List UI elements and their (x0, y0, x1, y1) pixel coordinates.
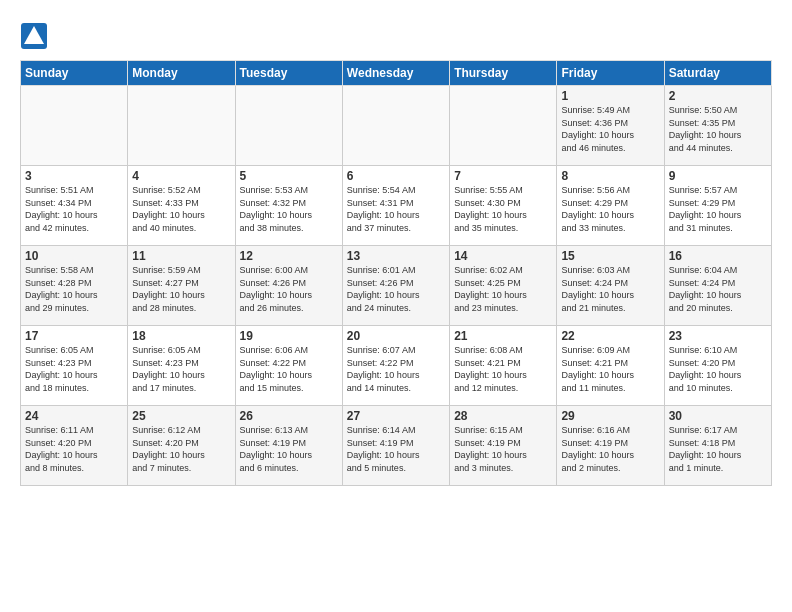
day-info: Sunrise: 6:14 AM Sunset: 4:19 PM Dayligh… (347, 424, 445, 474)
day-info: Sunrise: 6:16 AM Sunset: 4:19 PM Dayligh… (561, 424, 659, 474)
calendar-cell: 23Sunrise: 6:10 AM Sunset: 4:20 PM Dayli… (664, 326, 771, 406)
day-info: Sunrise: 6:00 AM Sunset: 4:26 PM Dayligh… (240, 264, 338, 314)
day-info: Sunrise: 5:58 AM Sunset: 4:28 PM Dayligh… (25, 264, 123, 314)
day-info: Sunrise: 5:55 AM Sunset: 4:30 PM Dayligh… (454, 184, 552, 234)
day-info: Sunrise: 5:51 AM Sunset: 4:34 PM Dayligh… (25, 184, 123, 234)
day-number: 13 (347, 249, 445, 263)
day-info: Sunrise: 5:56 AM Sunset: 4:29 PM Dayligh… (561, 184, 659, 234)
day-info: Sunrise: 6:15 AM Sunset: 4:19 PM Dayligh… (454, 424, 552, 474)
day-info: Sunrise: 5:50 AM Sunset: 4:35 PM Dayligh… (669, 104, 767, 154)
calendar-cell: 7Sunrise: 5:55 AM Sunset: 4:30 PM Daylig… (450, 166, 557, 246)
calendar-cell: 21Sunrise: 6:08 AM Sunset: 4:21 PM Dayli… (450, 326, 557, 406)
day-number: 12 (240, 249, 338, 263)
calendar-row: 24Sunrise: 6:11 AM Sunset: 4:20 PM Dayli… (21, 406, 772, 486)
day-info: Sunrise: 6:05 AM Sunset: 4:23 PM Dayligh… (132, 344, 230, 394)
calendar-cell (235, 86, 342, 166)
day-number: 14 (454, 249, 552, 263)
calendar-cell: 5Sunrise: 5:53 AM Sunset: 4:32 PM Daylig… (235, 166, 342, 246)
day-number: 21 (454, 329, 552, 343)
calendar-cell (342, 86, 449, 166)
day-number: 20 (347, 329, 445, 343)
calendar-cell: 12Sunrise: 6:00 AM Sunset: 4:26 PM Dayli… (235, 246, 342, 326)
calendar-cell: 9Sunrise: 5:57 AM Sunset: 4:29 PM Daylig… (664, 166, 771, 246)
day-header: Thursday (450, 61, 557, 86)
day-header: Monday (128, 61, 235, 86)
day-info: Sunrise: 6:08 AM Sunset: 4:21 PM Dayligh… (454, 344, 552, 394)
day-number: 17 (25, 329, 123, 343)
calendar-cell: 1Sunrise: 5:49 AM Sunset: 4:36 PM Daylig… (557, 86, 664, 166)
calendar-cell: 19Sunrise: 6:06 AM Sunset: 4:22 PM Dayli… (235, 326, 342, 406)
day-info: Sunrise: 6:13 AM Sunset: 4:19 PM Dayligh… (240, 424, 338, 474)
day-info: Sunrise: 5:59 AM Sunset: 4:27 PM Dayligh… (132, 264, 230, 314)
day-header: Saturday (664, 61, 771, 86)
day-number: 15 (561, 249, 659, 263)
calendar-row: 1Sunrise: 5:49 AM Sunset: 4:36 PM Daylig… (21, 86, 772, 166)
logo-icon (20, 22, 48, 50)
day-number: 26 (240, 409, 338, 423)
day-info: Sunrise: 5:49 AM Sunset: 4:36 PM Dayligh… (561, 104, 659, 154)
day-info: Sunrise: 6:10 AM Sunset: 4:20 PM Dayligh… (669, 344, 767, 394)
day-number: 25 (132, 409, 230, 423)
calendar-cell: 25Sunrise: 6:12 AM Sunset: 4:20 PM Dayli… (128, 406, 235, 486)
calendar-cell: 14Sunrise: 6:02 AM Sunset: 4:25 PM Dayli… (450, 246, 557, 326)
day-header: Wednesday (342, 61, 449, 86)
calendar-cell: 11Sunrise: 5:59 AM Sunset: 4:27 PM Dayli… (128, 246, 235, 326)
calendar-cell: 22Sunrise: 6:09 AM Sunset: 4:21 PM Dayli… (557, 326, 664, 406)
day-info: Sunrise: 6:02 AM Sunset: 4:25 PM Dayligh… (454, 264, 552, 314)
calendar-cell: 18Sunrise: 6:05 AM Sunset: 4:23 PM Dayli… (128, 326, 235, 406)
day-header: Sunday (21, 61, 128, 86)
logo (20, 22, 52, 50)
calendar-cell: 6Sunrise: 5:54 AM Sunset: 4:31 PM Daylig… (342, 166, 449, 246)
calendar-cell: 15Sunrise: 6:03 AM Sunset: 4:24 PM Dayli… (557, 246, 664, 326)
day-info: Sunrise: 6:05 AM Sunset: 4:23 PM Dayligh… (25, 344, 123, 394)
day-number: 6 (347, 169, 445, 183)
calendar-cell: 30Sunrise: 6:17 AM Sunset: 4:18 PM Dayli… (664, 406, 771, 486)
calendar-cell (128, 86, 235, 166)
calendar-cell: 8Sunrise: 5:56 AM Sunset: 4:29 PM Daylig… (557, 166, 664, 246)
day-number: 7 (454, 169, 552, 183)
calendar-cell: 17Sunrise: 6:05 AM Sunset: 4:23 PM Dayli… (21, 326, 128, 406)
day-info: Sunrise: 6:12 AM Sunset: 4:20 PM Dayligh… (132, 424, 230, 474)
day-info: Sunrise: 6:06 AM Sunset: 4:22 PM Dayligh… (240, 344, 338, 394)
day-info: Sunrise: 6:07 AM Sunset: 4:22 PM Dayligh… (347, 344, 445, 394)
day-number: 4 (132, 169, 230, 183)
day-info: Sunrise: 6:09 AM Sunset: 4:21 PM Dayligh… (561, 344, 659, 394)
day-info: Sunrise: 5:52 AM Sunset: 4:33 PM Dayligh… (132, 184, 230, 234)
day-number: 24 (25, 409, 123, 423)
calendar-cell: 29Sunrise: 6:16 AM Sunset: 4:19 PM Dayli… (557, 406, 664, 486)
calendar-cell: 26Sunrise: 6:13 AM Sunset: 4:19 PM Dayli… (235, 406, 342, 486)
calendar-cell: 3Sunrise: 5:51 AM Sunset: 4:34 PM Daylig… (21, 166, 128, 246)
day-info: Sunrise: 5:54 AM Sunset: 4:31 PM Dayligh… (347, 184, 445, 234)
day-info: Sunrise: 6:11 AM Sunset: 4:20 PM Dayligh… (25, 424, 123, 474)
day-number: 28 (454, 409, 552, 423)
day-number: 9 (669, 169, 767, 183)
day-number: 2 (669, 89, 767, 103)
calendar-row: 17Sunrise: 6:05 AM Sunset: 4:23 PM Dayli… (21, 326, 772, 406)
day-info: Sunrise: 5:57 AM Sunset: 4:29 PM Dayligh… (669, 184, 767, 234)
day-number: 10 (25, 249, 123, 263)
calendar-cell: 2Sunrise: 5:50 AM Sunset: 4:35 PM Daylig… (664, 86, 771, 166)
day-info: Sunrise: 6:04 AM Sunset: 4:24 PM Dayligh… (669, 264, 767, 314)
day-number: 1 (561, 89, 659, 103)
day-info: Sunrise: 6:03 AM Sunset: 4:24 PM Dayligh… (561, 264, 659, 314)
calendar-row: 3Sunrise: 5:51 AM Sunset: 4:34 PM Daylig… (21, 166, 772, 246)
header (20, 18, 772, 50)
header-row: SundayMondayTuesdayWednesdayThursdayFrid… (21, 61, 772, 86)
day-number: 19 (240, 329, 338, 343)
page: SundayMondayTuesdayWednesdayThursdayFrid… (0, 0, 792, 496)
calendar-cell: 10Sunrise: 5:58 AM Sunset: 4:28 PM Dayli… (21, 246, 128, 326)
calendar-cell: 24Sunrise: 6:11 AM Sunset: 4:20 PM Dayli… (21, 406, 128, 486)
calendar-cell: 4Sunrise: 5:52 AM Sunset: 4:33 PM Daylig… (128, 166, 235, 246)
day-number: 3 (25, 169, 123, 183)
day-header: Friday (557, 61, 664, 86)
day-number: 11 (132, 249, 230, 263)
day-number: 16 (669, 249, 767, 263)
day-number: 23 (669, 329, 767, 343)
day-number: 27 (347, 409, 445, 423)
calendar-table: SundayMondayTuesdayWednesdayThursdayFrid… (20, 60, 772, 486)
calendar-cell: 28Sunrise: 6:15 AM Sunset: 4:19 PM Dayli… (450, 406, 557, 486)
calendar-cell: 13Sunrise: 6:01 AM Sunset: 4:26 PM Dayli… (342, 246, 449, 326)
day-info: Sunrise: 5:53 AM Sunset: 4:32 PM Dayligh… (240, 184, 338, 234)
day-info: Sunrise: 6:17 AM Sunset: 4:18 PM Dayligh… (669, 424, 767, 474)
day-number: 22 (561, 329, 659, 343)
